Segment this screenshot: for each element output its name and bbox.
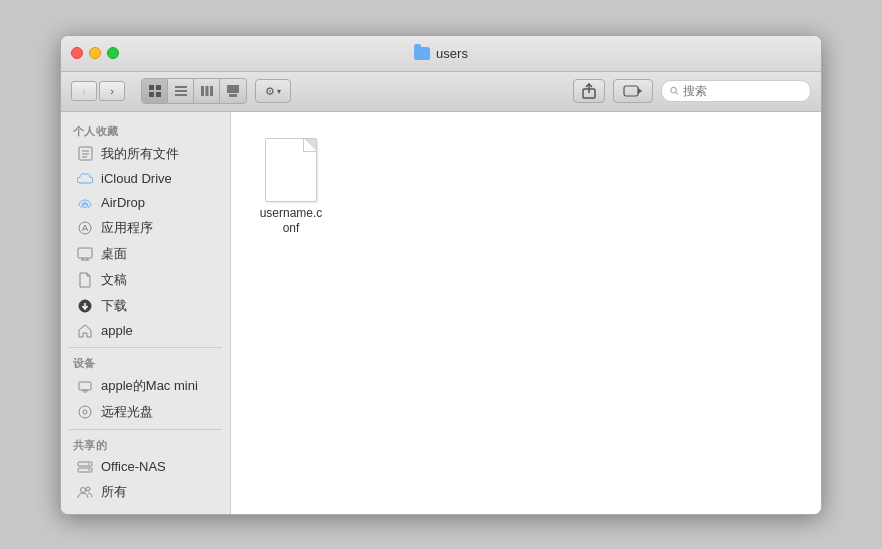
svg-marker-14 (638, 88, 642, 94)
grid-view-icon (148, 84, 162, 98)
sidebar-item-label: 桌面 (101, 245, 127, 263)
sidebar-item-label: 所有 (101, 483, 127, 501)
svg-rect-7 (201, 86, 204, 96)
toolbar: ‹ › (61, 72, 821, 112)
svg-point-22 (79, 222, 91, 234)
all-shared-icon (77, 484, 93, 500)
svg-rect-11 (229, 94, 237, 97)
svg-line-16 (676, 92, 678, 94)
docs-icon (77, 272, 93, 288)
file-item-username-conf[interactable]: username.conf (251, 132, 331, 243)
action-button[interactable]: ⚙ ▾ (255, 79, 291, 103)
svg-rect-3 (156, 92, 161, 97)
svg-rect-2 (149, 92, 154, 97)
sidebar-item-label: 文稿 (101, 271, 127, 289)
file-document-icon (265, 138, 317, 202)
svg-point-32 (83, 410, 87, 414)
view-columns-button[interactable] (194, 79, 220, 103)
sidebar-section-shared: 共享的 (61, 434, 230, 455)
sidebar-item-mac-mini[interactable]: apple的Mac mini (65, 373, 226, 399)
folder-icon (414, 47, 430, 60)
sidebar-item-icloud[interactable]: iCloud Drive (65, 167, 226, 191)
sidebar-item-label: 应用程序 (101, 219, 153, 237)
svg-point-21 (83, 202, 88, 207)
svg-rect-6 (175, 94, 187, 96)
back-button[interactable]: ‹ (71, 81, 97, 101)
sidebar-item-label: iCloud Drive (101, 171, 172, 186)
sidebar-item-remote-disc[interactable]: 远程光盘 (65, 399, 226, 425)
svg-rect-4 (175, 86, 187, 88)
sidebar-item-label: Office-NAS (101, 459, 166, 474)
sidebar: 个人收藏 我的所有文件 iCloud Drive AirDrop (61, 112, 231, 514)
svg-rect-1 (156, 85, 161, 90)
search-box[interactable] (661, 80, 811, 102)
window-title-area: users (414, 46, 468, 61)
downloads-icon (77, 298, 93, 314)
maximize-button[interactable] (107, 47, 119, 59)
icloud-icon (77, 171, 93, 187)
view-cover-button[interactable] (220, 79, 246, 103)
svg-point-38 (86, 487, 90, 491)
sidebar-section-favorites: 个人收藏 (61, 120, 230, 141)
main-content: 个人收藏 我的所有文件 iCloud Drive AirDrop (61, 112, 821, 514)
svg-rect-8 (205, 86, 208, 96)
remote-disc-icon (77, 404, 93, 420)
finder-window: users ‹ › (60, 35, 822, 515)
columns-view-icon (200, 84, 214, 98)
desktop-icon (77, 246, 93, 262)
view-icon-button[interactable] (142, 79, 168, 103)
svg-rect-0 (149, 85, 154, 90)
window-title: users (436, 46, 468, 61)
svg-rect-29 (79, 382, 91, 390)
nav-buttons: ‹ › (71, 81, 125, 101)
view-list-button[interactable] (168, 79, 194, 103)
nas-icon (77, 459, 93, 475)
svg-point-15 (671, 87, 676, 92)
sidebar-item-label: AirDrop (101, 195, 145, 210)
sidebar-item-downloads[interactable]: 下载 (65, 293, 226, 319)
svg-rect-30 (83, 390, 87, 392)
airdrop-icon (77, 195, 93, 211)
close-button[interactable] (71, 47, 83, 59)
sidebar-item-label: apple (101, 323, 133, 338)
sidebar-item-label: 远程光盘 (101, 403, 153, 421)
sidebar-item-airdrop[interactable]: AirDrop (65, 191, 226, 215)
svg-rect-5 (175, 90, 187, 92)
cover-view-icon (226, 84, 240, 98)
svg-rect-10 (227, 85, 239, 93)
svg-point-37 (81, 487, 86, 492)
svg-point-31 (79, 406, 91, 418)
search-input[interactable] (683, 84, 802, 98)
svg-rect-33 (78, 462, 92, 466)
sidebar-item-label: 下载 (101, 297, 127, 315)
sidebar-item-all-shared[interactable]: 所有 (65, 479, 226, 505)
sidebar-item-label: 我的所有文件 (101, 145, 179, 163)
share-icon (582, 83, 596, 99)
tag-button[interactable] (613, 79, 653, 103)
file-area: username.conf (231, 112, 821, 514)
traffic-lights (71, 47, 119, 59)
mac-mini-icon (77, 378, 93, 394)
sidebar-item-all-files[interactable]: 我的所有文件 (65, 141, 226, 167)
all-files-icon (77, 146, 93, 162)
sidebar-section-devices: 设备 (61, 352, 230, 373)
list-view-icon (174, 84, 188, 98)
svg-rect-9 (210, 86, 213, 96)
sidebar-item-apple[interactable]: apple (65, 319, 226, 343)
sidebar-item-docs[interactable]: 文稿 (65, 267, 226, 293)
svg-point-36 (88, 469, 90, 471)
apps-icon (77, 220, 93, 236)
minimize-button[interactable] (89, 47, 101, 59)
sidebar-divider-1 (69, 347, 222, 348)
share-button[interactable] (573, 79, 605, 103)
file-name: username.conf (257, 206, 325, 237)
sidebar-item-apps[interactable]: 应用程序 (65, 215, 226, 241)
svg-point-35 (88, 463, 90, 465)
svg-rect-34 (78, 468, 92, 472)
sidebar-divider-2 (69, 429, 222, 430)
sidebar-item-desktop[interactable]: 桌面 (65, 241, 226, 267)
forward-button[interactable]: › (99, 81, 125, 101)
apple-home-icon (77, 323, 93, 339)
sidebar-item-office-nas[interactable]: Office-NAS (65, 455, 226, 479)
view-buttons (141, 78, 247, 104)
